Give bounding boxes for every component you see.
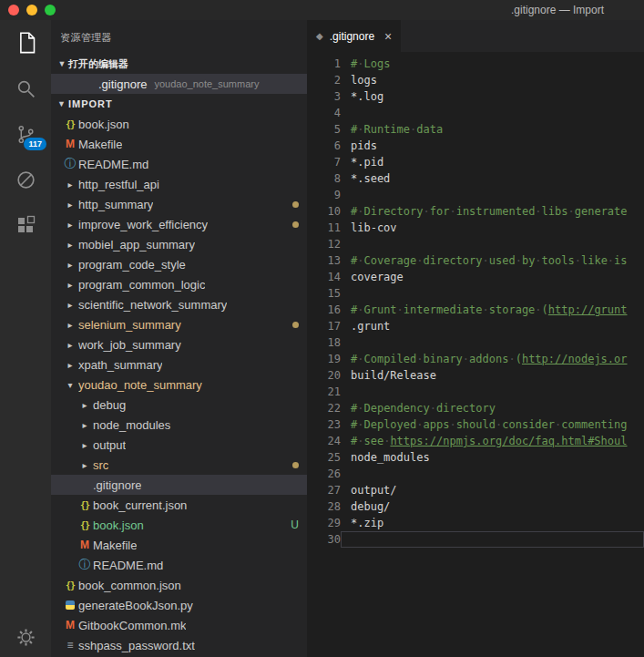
debug-activity-button[interactable] <box>0 157 51 202</box>
tree-folder-youdao_note_summary[interactable]: ▾youdao_note_summary <box>51 375 307 395</box>
zoom-window-button[interactable] <box>45 5 56 15</box>
line-content: logs <box>341 72 644 88</box>
line-content: *.zip <box>341 515 644 531</box>
code-line[interactable]: 20build/Release <box>307 367 644 384</box>
line-content: *.log <box>341 88 644 105</box>
extensions-activity-button[interactable] <box>0 202 51 248</box>
tree-file-Makefile[interactable]: MMakefile <box>51 535 307 555</box>
explorer-activity-button[interactable] <box>0 20 51 66</box>
line-number: 24 <box>307 433 341 449</box>
code-line[interactable]: 5#·Runtime·data <box>307 121 644 138</box>
chevron-right-icon: ▸ <box>77 460 93 470</box>
code-line[interactable]: 21 <box>307 384 644 400</box>
line-number: 3 <box>307 88 341 105</box>
tree-file-README.md[interactable]: ⓘREADME.md <box>51 555 307 575</box>
source-control-badge: 117 <box>24 138 46 150</box>
activity-bar: 117 <box>0 20 51 657</box>
code-line[interactable]: 22#·Dependency·directory <box>307 400 644 416</box>
code-line[interactable]: 15 <box>307 285 644 302</box>
tab-gitignore[interactable]: ◆ .gitignore × <box>307 20 401 52</box>
tree-folder-selenium_summary[interactable]: ▸selenium_summary <box>51 314 307 334</box>
code-line[interactable]: 27output/ <box>307 482 644 498</box>
tree-folder-http_restful_api[interactable]: ▸http_restful_api <box>51 174 307 194</box>
close-window-button[interactable] <box>8 5 19 15</box>
search-icon <box>15 77 37 100</box>
line-number: 15 <box>307 285 341 302</box>
open-editor-filename: .gitignore <box>98 77 147 91</box>
tree-folder-xpath_summary[interactable]: ▸xpath_summary <box>51 354 307 375</box>
tree-item-label: http_restful_api <box>78 178 159 191</box>
code-line[interactable]: 25node_modules <box>307 449 644 466</box>
tree-item-label: selenium_summary <box>78 318 181 332</box>
modified-dot <box>292 462 299 468</box>
tree-folder-mobiel_app_summary[interactable]: ▸mobiel_app_summary <box>51 234 307 254</box>
close-tab-icon[interactable]: × <box>384 29 392 44</box>
manage-button[interactable] <box>0 617 51 657</box>
tree-folder-http_summary[interactable]: ▸http_summary <box>51 194 307 214</box>
code-line[interactable]: 23#·Deployed·apps·should·consider·commen… <box>307 416 644 433</box>
open-editor-item-gitignore[interactable]: .gitignore youdao_note_summary <box>51 74 307 94</box>
tree-folder-scientific_network_summary[interactable]: ▸scientific_network_summary <box>51 294 307 314</box>
tree-file-generateBookJson.py[interactable]: generateBookJson.py <box>51 595 307 615</box>
tree-item-label: work_job_summary <box>78 338 181 352</box>
modified-dot <box>292 322 299 328</box>
code-line[interactable]: 1#·Logs <box>307 56 644 72</box>
code-line[interactable]: 18 <box>307 334 644 351</box>
debug-disabled-icon <box>15 169 37 191</box>
chevron-down-icon: ▼ <box>56 99 68 108</box>
tree-file-book_common.json[interactable]: {}book_common.json <box>51 575 307 595</box>
code-line[interactable]: 6pids <box>307 138 644 154</box>
code-line[interactable]: 7*.pid <box>307 154 644 170</box>
tree-item-label: mobiel_app_summary <box>78 238 195 252</box>
tree-file-GitbookCommon.mk[interactable]: MGitbookCommon.mk <box>51 615 307 635</box>
tree-file-Makefile[interactable]: MMakefile <box>51 134 307 154</box>
code-line[interactable]: 17.grunt <box>307 318 644 334</box>
code-line-current[interactable]: 30 <box>307 531 644 548</box>
line-number: 18 <box>307 334 341 351</box>
code-line[interactable]: 14coverage <box>307 269 644 285</box>
code-line[interactable]: 24#·see·https://npmjs.org/doc/faq.html#S… <box>307 433 644 449</box>
tree-folder-improve_work_efficiency[interactable]: ▸improve_work_efficiency <box>51 214 307 234</box>
line-number: 17 <box>307 318 341 334</box>
tree-file-book.json[interactable]: {}book.json <box>51 114 307 134</box>
line-content: *.pid <box>341 154 644 170</box>
tree-folder-output[interactable]: ▸output <box>51 435 307 455</box>
code-line[interactable]: 11lib-cov <box>307 220 644 236</box>
line-number: 6 <box>307 138 341 154</box>
tree-folder-node_modules[interactable]: ▸node_modules <box>51 415 307 435</box>
code-line[interactable]: 2logs <box>307 72 644 88</box>
tree-file-book_current.json[interactable]: {}book_current.json <box>51 495 307 515</box>
code-editor[interactable]: 1#·Logs2logs3*.log45#·Runtime·data6pids7… <box>307 52 644 657</box>
chevron-right-icon: ▸ <box>62 180 78 190</box>
tree-folder-program_code_style[interactable]: ▸program_code_style <box>51 254 307 274</box>
folder-section-header[interactable]: ▼ IMPORT <box>51 94 307 114</box>
code-line[interactable]: 19#·Compiled·binary·addons·(http://nodej… <box>307 351 644 367</box>
tree-folder-src[interactable]: ▸src <box>51 455 307 475</box>
search-activity-button[interactable] <box>0 66 51 111</box>
tree-file-book.json[interactable]: {}book.jsonU <box>51 515 307 535</box>
tree-folder-work_job_summary[interactable]: ▸work_job_summary <box>51 334 307 354</box>
minimize-window-button[interactable] <box>26 5 37 15</box>
tree-folder-program_common_logic[interactable]: ▸program_common_logic <box>51 274 307 294</box>
code-line[interactable]: 10#·Directory·for·instrumented·libs·gene… <box>307 203 644 220</box>
code-line[interactable]: 3*.log <box>307 88 644 105</box>
code-line[interactable]: 12 <box>307 236 644 252</box>
tree-file-sshpass_password.txt[interactable]: ≡sshpass_password.txt <box>51 635 307 655</box>
line-content <box>341 236 644 252</box>
tree-folder-debug[interactable]: ▸debug <box>51 395 307 415</box>
code-line[interactable]: 29*.zip <box>307 515 644 531</box>
open-editors-section-header[interactable]: ▼ 打开的编辑器 <box>51 54 307 74</box>
code-line[interactable]: 28debug/ <box>307 498 644 515</box>
code-line[interactable]: 16#·Grunt·intermediate·storage·(http://g… <box>307 302 644 318</box>
code-line[interactable]: 9 <box>307 187 644 203</box>
chevron-right-icon: ▸ <box>62 220 78 230</box>
code-line[interactable]: 26 <box>307 466 644 482</box>
line-content: node_modules <box>341 449 644 466</box>
code-line[interactable]: 4 <box>307 105 644 121</box>
tree-file-.gitignore[interactable]: .gitignore <box>51 475 307 495</box>
code-line[interactable]: 8*.seed <box>307 170 644 187</box>
source-control-activity-button[interactable]: 117 <box>0 111 51 157</box>
code-line[interactable]: 13#·Coverage·directory·used·by·tools·lik… <box>307 252 644 269</box>
tree-file-README.md[interactable]: ⓘREADME.md <box>51 154 307 174</box>
open-editor-folder-detail: youdao_note_summary <box>154 78 259 89</box>
